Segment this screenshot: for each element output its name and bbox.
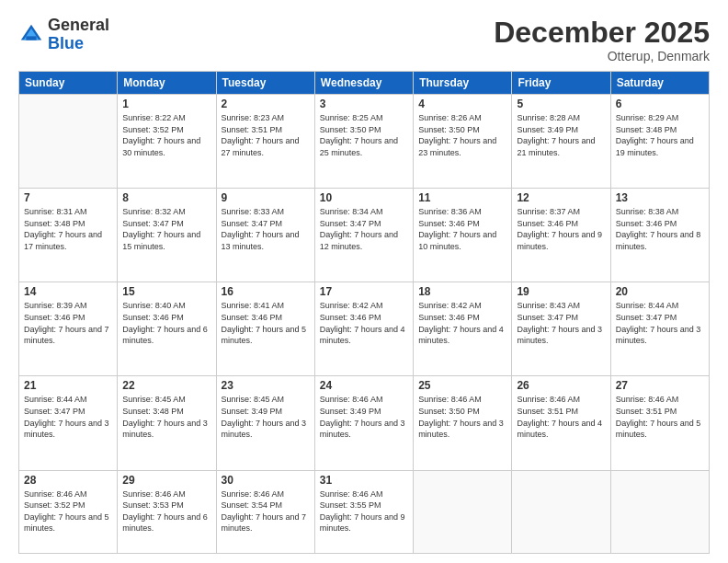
- table-row: 13Sunrise: 8:38 AMSunset: 3:46 PMDayligh…: [610, 189, 709, 282]
- day-number: 27: [616, 379, 704, 392]
- header: General Blue December 2025 Otterup, Denm…: [18, 17, 710, 63]
- cell-info: Sunrise: 8:42 AMSunset: 3:46 PMDaylight:…: [418, 300, 506, 346]
- day-number: 16: [222, 285, 310, 298]
- day-number: 26: [517, 379, 605, 392]
- day-number: 13: [616, 191, 704, 204]
- table-row: 22Sunrise: 8:45 AMSunset: 3:48 PMDayligh…: [118, 376, 216, 470]
- cell-info: Sunrise: 8:46 AMSunset: 3:51 PMDaylight:…: [517, 394, 605, 440]
- day-number: 9: [222, 191, 310, 204]
- table-row: 17Sunrise: 8:42 AMSunset: 3:46 PMDayligh…: [314, 282, 413, 376]
- table-row: 8Sunrise: 8:32 AMSunset: 3:47 PMDaylight…: [118, 189, 216, 282]
- day-number: 14: [24, 285, 112, 298]
- cell-info: Sunrise: 8:46 AMSunset: 3:49 PMDaylight:…: [320, 394, 408, 440]
- table-row: [414, 470, 512, 554]
- cell-info: Sunrise: 8:28 AMSunset: 3:49 PMDaylight:…: [517, 112, 605, 158]
- cell-info: Sunrise: 8:23 AMSunset: 3:51 PMDaylight:…: [222, 112, 310, 158]
- table-row: 1Sunrise: 8:22 AMSunset: 3:52 PMDaylight…: [118, 95, 216, 189]
- logo-text: General Blue: [48, 17, 109, 53]
- cell-info: Sunrise: 8:45 AMSunset: 3:48 PMDaylight:…: [122, 394, 210, 440]
- day-number: 20: [616, 285, 704, 298]
- day-number: 21: [24, 379, 112, 392]
- weekday-header-row: Sunday Monday Tuesday Wednesday Thursday…: [19, 72, 710, 95]
- logo-icon: [18, 22, 44, 48]
- cell-info: Sunrise: 8:42 AMSunset: 3:46 PMDaylight:…: [320, 300, 408, 346]
- table-row: 29Sunrise: 8:46 AMSunset: 3:53 PMDayligh…: [118, 470, 216, 554]
- table-row: 14Sunrise: 8:39 AMSunset: 3:46 PMDayligh…: [19, 282, 118, 376]
- day-number: 1: [122, 98, 210, 110]
- cell-info: Sunrise: 8:31 AMSunset: 3:48 PMDaylight:…: [24, 206, 112, 252]
- table-row: [19, 95, 118, 189]
- cell-info: Sunrise: 8:25 AMSunset: 3:50 PMDaylight:…: [320, 112, 408, 158]
- day-number: 6: [616, 98, 704, 110]
- calendar: Sunday Monday Tuesday Wednesday Thursday…: [18, 71, 710, 554]
- table-row: [610, 470, 709, 554]
- table-row: 27Sunrise: 8:46 AMSunset: 3:51 PMDayligh…: [610, 376, 709, 470]
- title-block: December 2025 Otterup, Denmark: [494, 17, 710, 63]
- cell-info: Sunrise: 8:40 AMSunset: 3:46 PMDaylight:…: [122, 300, 210, 346]
- cell-info: Sunrise: 8:46 AMSunset: 3:53 PMDaylight:…: [122, 488, 210, 534]
- table-row: 19Sunrise: 8:43 AMSunset: 3:47 PMDayligh…: [512, 282, 610, 376]
- header-sunday: Sunday: [19, 72, 118, 95]
- day-number: 25: [418, 379, 506, 392]
- cell-info: Sunrise: 8:33 AMSunset: 3:47 PMDaylight:…: [222, 206, 310, 252]
- cell-info: Sunrise: 8:34 AMSunset: 3:47 PMDaylight:…: [320, 206, 408, 252]
- day-number: 22: [122, 379, 210, 392]
- table-row: 31Sunrise: 8:46 AMSunset: 3:55 PMDayligh…: [314, 470, 413, 554]
- logo-general: General: [48, 16, 109, 34]
- day-number: 11: [418, 191, 506, 204]
- cell-info: Sunrise: 8:32 AMSunset: 3:47 PMDaylight:…: [122, 206, 210, 252]
- day-number: 31: [320, 474, 408, 487]
- table-row: 26Sunrise: 8:46 AMSunset: 3:51 PMDayligh…: [512, 376, 610, 470]
- table-row: 3Sunrise: 8:25 AMSunset: 3:50 PMDaylight…: [314, 95, 413, 189]
- table-row: 2Sunrise: 8:23 AMSunset: 3:51 PMDaylight…: [216, 95, 314, 189]
- day-number: 3: [320, 98, 408, 110]
- day-number: 23: [222, 379, 310, 392]
- header-saturday: Saturday: [610, 72, 709, 95]
- cell-info: Sunrise: 8:46 AMSunset: 3:52 PMDaylight:…: [24, 488, 112, 534]
- table-row: 15Sunrise: 8:40 AMSunset: 3:46 PMDayligh…: [118, 282, 216, 376]
- table-row: 16Sunrise: 8:41 AMSunset: 3:46 PMDayligh…: [216, 282, 314, 376]
- table-row: [512, 470, 610, 554]
- day-number: 24: [320, 379, 408, 392]
- cell-info: Sunrise: 8:45 AMSunset: 3:49 PMDaylight:…: [222, 394, 310, 440]
- cell-info: Sunrise: 8:36 AMSunset: 3:46 PMDaylight:…: [418, 206, 506, 252]
- cell-info: Sunrise: 8:46 AMSunset: 3:54 PMDaylight:…: [222, 488, 310, 534]
- cell-info: Sunrise: 8:39 AMSunset: 3:46 PMDaylight:…: [24, 300, 112, 346]
- day-number: 30: [222, 474, 310, 487]
- table-row: 20Sunrise: 8:44 AMSunset: 3:47 PMDayligh…: [610, 282, 709, 376]
- table-row: 10Sunrise: 8:34 AMSunset: 3:47 PMDayligh…: [314, 189, 413, 282]
- day-number: 28: [24, 474, 112, 487]
- day-number: 15: [122, 285, 210, 298]
- table-row: 9Sunrise: 8:33 AMSunset: 3:47 PMDaylight…: [216, 189, 314, 282]
- table-row: 4Sunrise: 8:26 AMSunset: 3:50 PMDaylight…: [414, 95, 512, 189]
- table-row: 18Sunrise: 8:42 AMSunset: 3:46 PMDayligh…: [414, 282, 512, 376]
- cell-info: Sunrise: 8:44 AMSunset: 3:47 PMDaylight:…: [616, 300, 704, 346]
- table-row: 12Sunrise: 8:37 AMSunset: 3:46 PMDayligh…: [512, 189, 610, 282]
- cell-info: Sunrise: 8:46 AMSunset: 3:55 PMDaylight:…: [320, 488, 408, 534]
- logo: General Blue: [18, 17, 109, 53]
- cell-info: Sunrise: 8:44 AMSunset: 3:47 PMDaylight:…: [24, 394, 112, 440]
- header-wednesday: Wednesday: [314, 72, 413, 95]
- logo-blue: Blue: [48, 34, 84, 52]
- header-friday: Friday: [512, 72, 610, 95]
- day-number: 17: [320, 285, 408, 298]
- day-number: 19: [517, 285, 605, 298]
- day-number: 10: [320, 191, 408, 204]
- month-title: December 2025: [494, 17, 710, 49]
- table-row: 5Sunrise: 8:28 AMSunset: 3:49 PMDaylight…: [512, 95, 610, 189]
- table-row: 24Sunrise: 8:46 AMSunset: 3:49 PMDayligh…: [314, 376, 413, 470]
- cell-info: Sunrise: 8:38 AMSunset: 3:46 PMDaylight:…: [616, 206, 704, 252]
- day-number: 18: [418, 285, 506, 298]
- day-number: 12: [517, 191, 605, 204]
- header-tuesday: Tuesday: [216, 72, 314, 95]
- cell-info: Sunrise: 8:46 AMSunset: 3:51 PMDaylight:…: [616, 394, 704, 440]
- cell-info: Sunrise: 8:37 AMSunset: 3:46 PMDaylight:…: [517, 206, 605, 252]
- day-number: 8: [122, 191, 210, 204]
- location: Otterup, Denmark: [494, 49, 710, 63]
- cell-info: Sunrise: 8:41 AMSunset: 3:46 PMDaylight:…: [222, 300, 310, 346]
- table-row: 21Sunrise: 8:44 AMSunset: 3:47 PMDayligh…: [19, 376, 118, 470]
- header-monday: Monday: [118, 72, 216, 95]
- cell-info: Sunrise: 8:22 AMSunset: 3:52 PMDaylight:…: [122, 112, 210, 158]
- cell-info: Sunrise: 8:46 AMSunset: 3:50 PMDaylight:…: [418, 394, 506, 440]
- table-row: 25Sunrise: 8:46 AMSunset: 3:50 PMDayligh…: [414, 376, 512, 470]
